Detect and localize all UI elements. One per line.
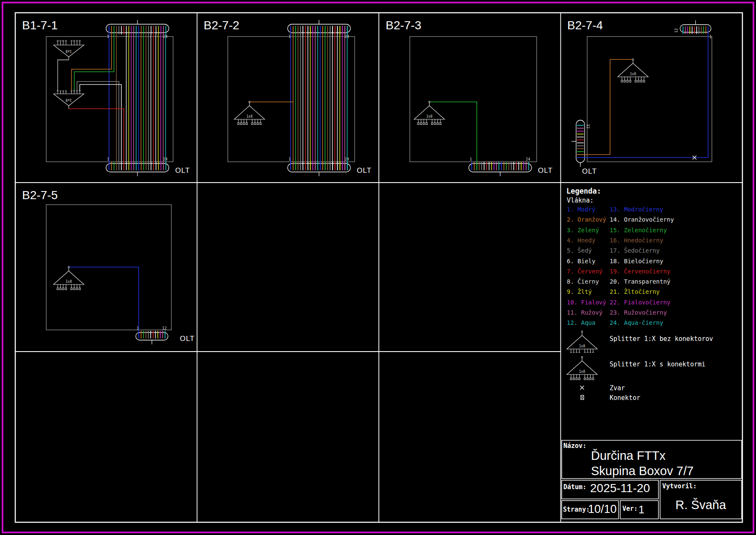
legend-fiber-item: 15. Zelenočierny [610,227,667,234]
svg-text:1: 1 [470,157,472,161]
olt-label-b2-7-2: OLT [357,166,372,175]
panel-title-b2-7-3: B2-7-3 [386,19,421,32]
legend-connector-label: Konektor [610,394,640,402]
legend-symbols: 1x81x8 [567,331,597,400]
svg-text:1x8: 1x8 [246,115,253,118]
legend-fiber-item: 8. Čierny [567,278,599,285]
titleblock-title-line1: Ďurčina FTTx [591,449,666,463]
titleblock-strany-value: 10/10 [588,503,617,516]
legend-fiber-item: 6. Biely [567,258,595,265]
legend-fiber-item: 2. Oranžový [567,216,606,223]
svg-text:1x8: 1x8 [426,115,433,118]
titleblock-ver-label: Ver: [622,505,638,512]
legend-fiber-item: 24. Aqua-čierny [610,319,663,326]
titleblock-nazov-label: Názov: [563,442,586,450]
legend-fiber-item: 3. Zelený [567,227,599,234]
svg-text:24: 24 [344,157,349,161]
svg-text:1x8: 1x8 [66,280,72,284]
legend-splitter-with-connectors-label: Splitter 1:X s konektormi [610,360,706,368]
titleblock-datum-value: 2025-11-20 [590,482,650,495]
legend-splitter-no-connectors-label: Splitter 1:X bez konektorov [610,335,713,343]
svg-text:24: 24 [163,34,168,39]
panel-b2-7-2-drawing: 1241241x8 [228,20,355,176]
svg-text:24: 24 [344,34,349,39]
legend-fiber-item: 19. Červenočierny [610,268,670,275]
legend-fiber-item: 9. Žltý [567,288,592,295]
olt-label-b2-7-3: OLT [538,166,553,175]
svg-text:1x8: 1x8 [579,370,585,374]
panel-b2-7-3-drawing: 1241x8 [410,37,537,176]
legend-fiber-item: 16. Hnedočierny [610,237,663,244]
legend-fiber-item: 10. Fialový [567,299,606,306]
legend-fiber-item: 11. Ružový [567,309,602,316]
legend-subheading: Vlákna: [567,197,594,204]
legend-fiber-item: 22. Fialovočierny [610,299,670,306]
legend-fiber-item: 18. Bieločierny [610,258,663,265]
titleblock-title-line2: Skupina Boxov 7/7 [591,464,694,478]
svg-text:1: 1 [709,35,711,39]
legend-fiber-item: 5. Šedý [567,247,592,254]
legend-fiber-item: 17. Šedočierny [610,247,660,254]
legend-fiber-item: 4. Hnedý [567,237,595,244]
legend-fiber-item: 1. Modrý [567,206,595,213]
legend-fiber-item: 7. Červený [567,268,602,275]
legend-fiber-item: 12. Aqua [567,319,595,326]
svg-text:24: 24 [163,157,168,161]
legend-fiber-item: 21. Žltočierny [610,288,660,295]
titleblock-ver-value: 1 [638,504,644,516]
panel-title-b2-7-4: B2-7-4 [567,19,603,32]
panel-b2-7-4-drawing: 112121x8 [571,20,712,167]
legend-splice-label: Zvar [610,384,625,392]
legend-fiber-item: 13. Modročierny [610,206,663,213]
panel-b2-7-5-drawing: 1121x8 [46,205,171,344]
panel-title-b2-7-5: B2-7-5 [22,189,58,202]
svg-text:12: 12 [586,124,590,129]
titleblock-strany-label: Strany: [563,506,590,513]
panel-b1-7-1-drawing: 1241241x81x8 [46,20,173,176]
olt-label-b2-7-5: OLT [180,335,195,343]
panel-title-b1-7-1: B1-7-1 [22,19,58,32]
legend-fiber-item: 23. Ružovočierny [610,309,667,316]
sheet-grid [15,13,742,522]
svg-text:1x8: 1x8 [630,72,636,76]
svg-text:1x8: 1x8 [66,49,72,53]
svg-text:1x8: 1x8 [579,344,585,348]
legend-fiber-item: 20. Transparentný [610,278,670,285]
legend-fiber-item: 14. Oranžovočierny [610,216,674,223]
svg-text:12: 12 [162,326,167,330]
olt-label-b1-7-1: OLT [175,166,190,175]
cad-sheet: 1241241x81x81241241x81241x8112121x81121x… [0,0,756,535]
titleblock-datum-label: Dátum: [563,483,586,491]
svg-text:12: 12 [674,28,678,33]
panel-title-b2-7-2: B2-7-2 [204,19,239,32]
svg-text:24: 24 [526,157,530,161]
legend-heading: Legenda: [566,187,601,195]
olt-label-b2-7-4: OLT [582,167,597,176]
svg-text:1x8: 1x8 [66,98,72,102]
titleblock-vytvoril-label: Vytvoril: [662,482,697,490]
titleblock-vytvoril-value: R. Švaňa [675,498,726,512]
